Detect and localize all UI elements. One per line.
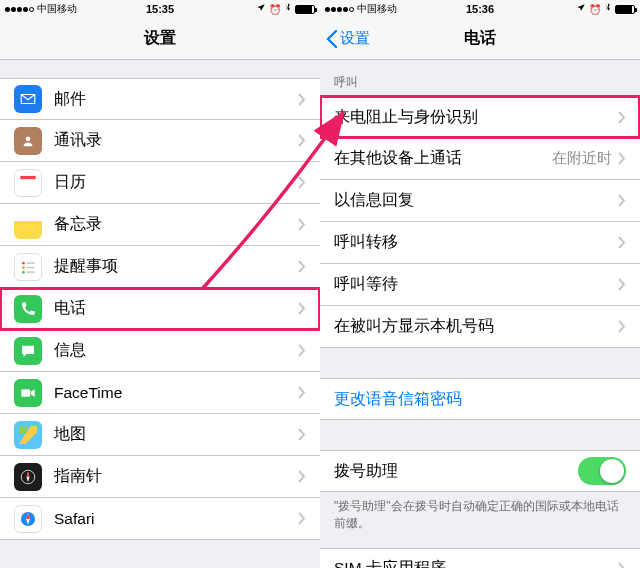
phone-settings-screen: 中国移动 15:36 ⏰ 设置 电话 呼叫 来电阻止与身份识别 — [320, 0, 640, 568]
calendar-icon — [14, 169, 42, 197]
chevron-right-icon — [618, 562, 626, 568]
status-bar: 中国移动 15:35 ⏰ — [0, 0, 320, 18]
compass-icon — [14, 463, 42, 491]
chevron-right-icon — [618, 111, 626, 124]
item-label: 以信息回复 — [334, 190, 618, 211]
reminders-icon — [14, 253, 42, 281]
svg-point-2 — [22, 261, 25, 264]
settings-item-compass[interactable]: 指南针 — [0, 456, 320, 498]
calls-on-other-devices-item[interactable]: 在其他设备上通话 在附近时 — [320, 138, 640, 180]
clock: 15:35 — [146, 3, 174, 15]
call-blocking-item[interactable]: 来电阻止与身份识别 — [320, 96, 640, 138]
svg-rect-7 — [27, 271, 35, 272]
carrier-label: 中国移动 — [37, 2, 77, 16]
chevron-left-icon — [326, 30, 338, 48]
item-label: 备忘录 — [54, 214, 298, 235]
dial-assist-toggle[interactable] — [578, 457, 626, 485]
messages-icon — [14, 337, 42, 365]
call-forwarding-item[interactable]: 呼叫转移 — [320, 222, 640, 264]
chevron-right-icon — [618, 278, 626, 291]
svg-point-0 — [26, 136, 31, 141]
phone-icon — [14, 295, 42, 323]
settings-item-maps[interactable]: 地图 — [0, 414, 320, 456]
contacts-icon — [14, 127, 42, 155]
item-label: 在其他设备上通话 — [334, 148, 552, 169]
item-label: 更改语音信箱密码 — [334, 389, 626, 410]
chevron-right-icon — [618, 152, 626, 165]
dial-assist-footnote: "拨号助理"会在拨号时自动确定正确的国际或本地电话前缀。 — [320, 492, 640, 542]
settings-item-mail[interactable]: 邮件 — [0, 78, 320, 120]
signal-dots-icon — [5, 7, 34, 12]
item-label: 邮件 — [54, 89, 298, 110]
chevron-right-icon — [298, 512, 306, 525]
item-label: 呼叫等待 — [334, 274, 618, 295]
item-label: 来电阻止与身份识别 — [334, 107, 618, 128]
chevron-right-icon — [618, 236, 626, 249]
chevron-right-icon — [618, 320, 626, 333]
location-icon — [576, 3, 586, 15]
change-voicemail-password-item[interactable]: 更改语音信箱密码 — [320, 378, 640, 420]
item-label: 通讯录 — [54, 130, 298, 151]
status-bar: 中国移动 15:36 ⏰ — [320, 0, 640, 18]
chevron-right-icon — [298, 93, 306, 106]
chevron-right-icon — [298, 134, 306, 147]
call-waiting-item[interactable]: 呼叫等待 — [320, 264, 640, 306]
chevron-right-icon — [298, 428, 306, 441]
item-label: 呼叫转移 — [334, 232, 618, 253]
settings-item-safari[interactable]: Safari — [0, 498, 320, 540]
item-label: 拨号助理 — [334, 461, 578, 482]
back-label: 设置 — [340, 29, 370, 48]
settings-item-calendar[interactable]: 日历 — [0, 162, 320, 204]
clock: 15:36 — [466, 3, 494, 15]
settings-item-reminders[interactable]: 提醒事项 — [0, 246, 320, 288]
item-label: 在被叫方显示本机号码 — [334, 316, 618, 337]
battery-icon — [615, 5, 635, 14]
battery-icon — [295, 5, 315, 14]
svg-point-6 — [22, 270, 25, 273]
maps-icon — [14, 421, 42, 449]
safari-icon — [14, 505, 42, 533]
svg-rect-5 — [27, 267, 35, 268]
chevron-right-icon — [298, 218, 306, 231]
bluetooth-icon — [284, 3, 292, 15]
show-caller-id-item[interactable]: 在被叫方显示本机号码 — [320, 306, 640, 348]
chevron-right-icon — [298, 302, 306, 315]
chevron-right-icon — [618, 194, 626, 207]
sim-applications-item[interactable]: SIM 卡应用程序 — [320, 548, 640, 568]
chevron-right-icon — [298, 344, 306, 357]
item-label: 日历 — [54, 172, 298, 193]
svg-rect-8 — [21, 389, 30, 397]
page-title: 设置 — [144, 28, 176, 49]
nav-bar: 设置 电话 — [320, 18, 640, 60]
item-label: SIM 卡应用程序 — [334, 558, 618, 568]
item-detail: 在附近时 — [552, 149, 612, 168]
respond-with-text-item[interactable]: 以信息回复 — [320, 180, 640, 222]
alarm-icon: ⏰ — [269, 4, 281, 15]
chevron-right-icon — [298, 260, 306, 273]
svg-point-4 — [22, 266, 25, 269]
chevron-right-icon — [298, 470, 306, 483]
item-label: 电话 — [54, 298, 298, 319]
item-label: 地图 — [54, 424, 298, 445]
svg-rect-3 — [27, 262, 35, 263]
alarm-icon: ⏰ — [589, 4, 601, 15]
section-header-call: 呼叫 — [320, 60, 640, 96]
nav-bar: 设置 — [0, 18, 320, 60]
settings-item-contacts[interactable]: 通讯录 — [0, 120, 320, 162]
settings-item-phone[interactable]: 电话 — [0, 288, 320, 330]
dial-assist-item[interactable]: 拨号助理 — [320, 450, 640, 492]
item-label: FaceTime — [54, 384, 298, 402]
settings-item-facetime[interactable]: FaceTime — [0, 372, 320, 414]
settings-item-messages[interactable]: 信息 — [0, 330, 320, 372]
facetime-icon — [14, 379, 42, 407]
back-button[interactable]: 设置 — [326, 29, 370, 48]
notes-icon — [14, 211, 42, 239]
mail-icon — [14, 85, 42, 113]
settings-item-notes[interactable]: 备忘录 — [0, 204, 320, 246]
chevron-right-icon — [298, 386, 306, 399]
settings-screen: 中国移动 15:35 ⏰ 设置 邮件 通讯录 — [0, 0, 320, 568]
location-icon — [256, 3, 266, 15]
item-label: 指南针 — [54, 466, 298, 487]
signal-dots-icon — [325, 7, 354, 12]
carrier-label: 中国移动 — [357, 2, 397, 16]
